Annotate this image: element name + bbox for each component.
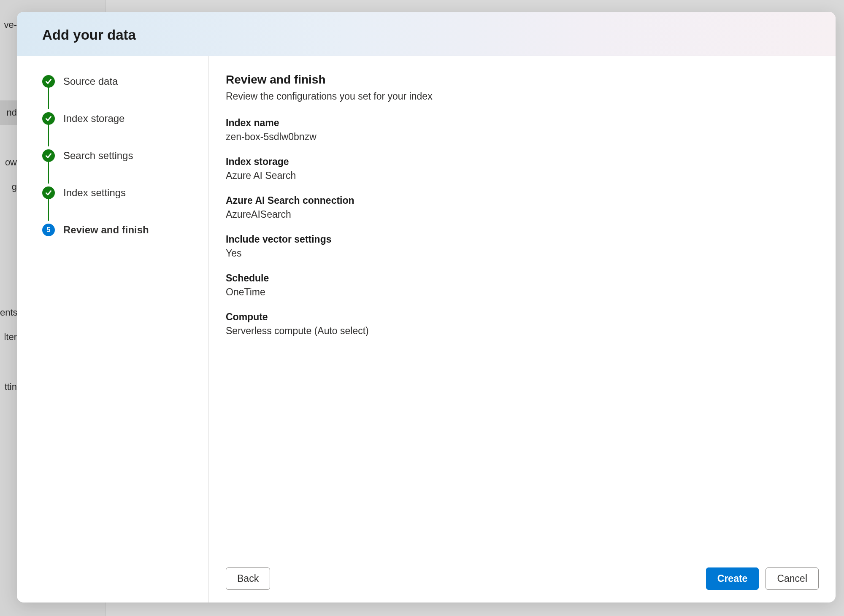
modal-title: Add your data <box>42 27 810 43</box>
stepper-label: Index storage <box>63 113 124 124</box>
modal-header: Add your data <box>17 12 836 56</box>
stepper-label: Source data <box>63 76 118 87</box>
review-field-vector-settings: Include vector settings Yes <box>226 234 819 259</box>
review-field-search-connection: Azure AI Search connection AzureAISearch <box>226 195 819 220</box>
back-button[interactable]: Back <box>226 567 270 590</box>
review-subheading: Review the configurations you set for yo… <box>226 91 819 102</box>
stepper-connector <box>48 87 49 109</box>
stepper-connector <box>48 162 49 184</box>
footer-buttons: Back Create Cancel <box>226 567 819 590</box>
review-label: Index name <box>226 117 819 129</box>
stepper-label: Review and finish <box>63 224 149 236</box>
stepper-list: Source data Index storage Search s <box>42 73 192 238</box>
step-number-icon: 5 <box>42 224 55 236</box>
stepper-panel: Source data Index storage Search s <box>17 56 209 602</box>
stepper-connector <box>48 199 49 221</box>
checkmark-icon <box>42 149 55 162</box>
checkmark-icon <box>42 112 55 125</box>
review-value: OneTime <box>226 286 819 298</box>
review-value: Yes <box>226 248 819 259</box>
stepper-label: Search settings <box>63 150 133 162</box>
stepper-item-index-settings[interactable]: Index settings <box>42 184 192 201</box>
review-label: Azure AI Search connection <box>226 195 819 206</box>
review-field-schedule: Schedule OneTime <box>226 273 819 298</box>
review-label: Compute <box>226 311 819 323</box>
create-button[interactable]: Create <box>706 567 759 590</box>
stepper-connector <box>48 124 49 146</box>
stepper-label: Index settings <box>63 187 126 199</box>
review-label: Schedule <box>226 273 819 284</box>
modal-body: Source data Index storage Search s <box>17 56 836 602</box>
stepper-item-search-settings[interactable]: Search settings <box>42 147 192 164</box>
cancel-button[interactable]: Cancel <box>766 567 819 590</box>
review-value: Serverless compute (Auto select) <box>226 325 819 337</box>
review-label: Index storage <box>226 156 819 168</box>
review-value: AzureAISearch <box>226 209 819 220</box>
stepper-item-index-storage[interactable]: Index storage <box>42 110 192 127</box>
stepper-item-source-data[interactable]: Source data <box>42 73 192 90</box>
review-field-index-storage: Index storage Azure AI Search <box>226 156 819 181</box>
review-field-compute: Compute Serverless compute (Auto select) <box>226 311 819 337</box>
review-value: zen-box-5sdlw0bnzw <box>226 131 819 143</box>
checkmark-icon <box>42 186 55 199</box>
add-data-modal: Add your data Source data In <box>17 12 836 602</box>
review-field-index-name: Index name zen-box-5sdlw0bnzw <box>226 117 819 143</box>
stepper-item-review-and-finish[interactable]: 5 Review and finish <box>42 222 192 238</box>
checkmark-icon <box>42 75 55 88</box>
review-panel: Review and finish Review the configurati… <box>209 56 836 602</box>
review-heading: Review and finish <box>226 73 819 86</box>
review-label: Include vector settings <box>226 234 819 245</box>
review-value: Azure AI Search <box>226 170 819 181</box>
